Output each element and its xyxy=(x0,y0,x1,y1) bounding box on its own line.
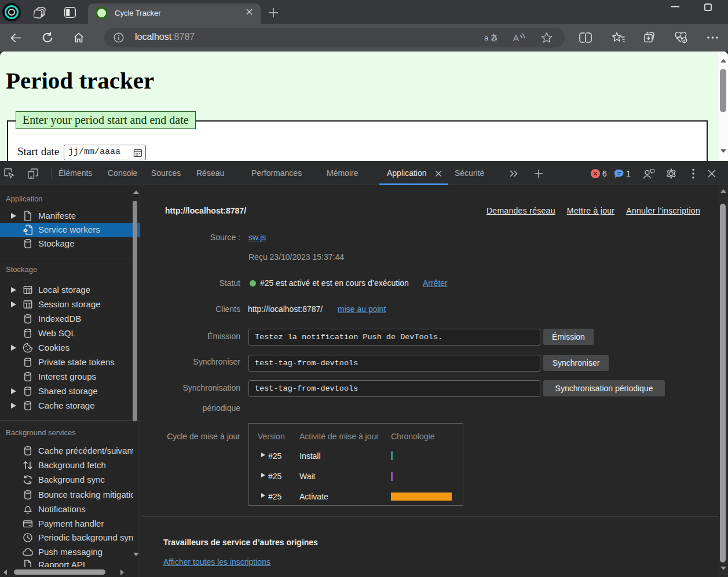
svg-text:a: a xyxy=(484,34,489,42)
svg-text:A: A xyxy=(513,33,519,43)
